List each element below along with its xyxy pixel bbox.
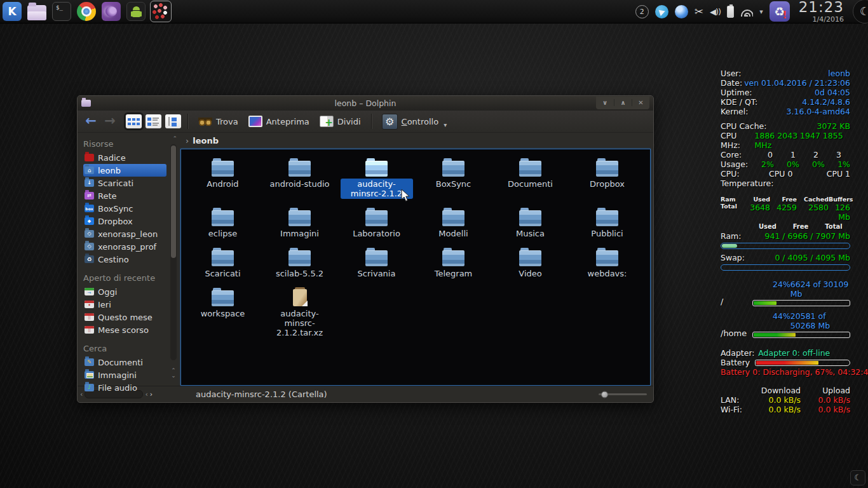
file-item-scaricati[interactable]: Scaricati — [184, 245, 261, 285]
folder-view[interactable]: Android android-studio audacity-minsrc-2… — [180, 149, 651, 386]
sidebar-item-documenti[interactable]: Documenti — [83, 356, 166, 369]
home-bar — [752, 332, 850, 338]
window-title: leonb – Dolphin — [78, 98, 653, 108]
breadcrumb[interactable]: › leonb — [180, 133, 651, 149]
wifi[interactable] — [740, 7, 753, 17]
folder-icon — [365, 158, 388, 176]
sidebar-item-file-audio[interactable]: File audio — [83, 381, 166, 394]
find-button[interactable]: Trova — [194, 114, 242, 129]
system-tray: 2✂◀))▾ 21:23 1/4/2016 ☾ — [635, 0, 868, 24]
sidebar-item-ieri[interactable]: Ieri — [83, 298, 166, 311]
minimize-button[interactable]: ∨ — [596, 99, 614, 106]
file-item-video[interactable]: Video — [492, 245, 569, 285]
place-icon — [85, 243, 94, 250]
sidebar-item-radice[interactable]: Radice — [83, 151, 166, 164]
launcher-area — [0, 2, 170, 21]
place-icon — [85, 205, 94, 212]
sidebar-item-rete[interactable]: Rete — [83, 189, 166, 202]
chevron-down-tray--[interactable]: ▾ — [759, 8, 763, 16]
sidebar-scrollbar[interactable] — [170, 144, 177, 360]
control-button[interactable]: Controllo ▾ — [378, 112, 451, 132]
file-item-android-studio[interactable]: android-studio — [261, 156, 338, 205]
file-item-audacity-minsrc-2-1-2-tar-xz[interactable]: audacity-minsrc-2.1.2.tar.xz — [261, 285, 338, 344]
kde-menu[interactable] — [3, 2, 22, 21]
sidebar-item-boxsync[interactable]: BoxSync — [83, 202, 166, 215]
file-item-android[interactable]: Android — [184, 156, 261, 205]
sidebar-item-cestino[interactable]: Cestino — [83, 253, 166, 266]
file-item-boxsync[interactable]: BoxSync — [415, 156, 492, 205]
toolbar-separator — [187, 114, 188, 129]
zoom-slider[interactable] — [599, 393, 647, 395]
conky-date: ven 01.04.2016 / 21:23:06 — [744, 78, 850, 88]
clock-date: 1/4/2016 — [799, 16, 844, 23]
sidebar-item-dropbox[interactable]: Dropbox — [83, 215, 166, 227]
file-item-modelli[interactable]: Modelli — [415, 205, 492, 245]
icons-view-button[interactable] — [126, 114, 142, 128]
file-item-immagini[interactable]: Immagini — [261, 205, 338, 245]
chrome[interactable] — [77, 2, 96, 21]
zoom-slider-handle[interactable] — [601, 391, 608, 398]
titlebar[interactable]: leonb – Dolphin ∨ ∧ ✕ — [78, 96, 653, 111]
back-button[interactable]: ← — [83, 113, 99, 130]
scroll-up-icon[interactable]: ⌃ — [172, 135, 177, 142]
volume--[interactable]: ◀)) — [710, 5, 721, 18]
file-item-documenti[interactable]: Documenti — [492, 156, 569, 205]
file-item-telegram[interactable]: Telegram — [415, 245, 492, 285]
breadcrumb-location[interactable]: leonb — [193, 136, 219, 146]
conky-label: User: — [721, 69, 741, 78]
scrollbar-arrows[interactable]: ⌃⌄ — [170, 368, 177, 378]
scroll-left-icon[interactable]: ‹ — [80, 390, 83, 398]
file-item-laboratorio[interactable]: Laboratorio — [338, 205, 415, 245]
file-item-dropbox[interactable]: Dropbox — [569, 156, 646, 205]
sidebar-item-immagini[interactable]: Immagini — [83, 369, 166, 381]
file-item-workspace[interactable]: workspace — [184, 285, 261, 344]
forward-button[interactable]: → — [102, 113, 118, 130]
file-manager[interactable] — [27, 5, 46, 20]
file-item-musica[interactable]: Musica — [492, 205, 569, 245]
scissors--[interactable]: ✂ — [695, 5, 703, 18]
sphere[interactable] — [675, 5, 688, 18]
conky-ram: 941 / 6966 / 7907 Mb — [765, 231, 851, 241]
battery-status: Battery 0: Discharging, 67%, 04:32:47 re… — [721, 367, 850, 377]
sidebar-item-scaricati[interactable]: Scaricati — [83, 177, 166, 189]
telegram[interactable] — [655, 5, 668, 18]
conky-uptime: 0d 04:05 — [815, 88, 850, 97]
dice[interactable] — [151, 2, 170, 21]
recycle-alert[interactable] — [770, 1, 790, 22]
maximize-button[interactable]: ∧ — [614, 99, 632, 106]
tree-view-button[interactable] — [165, 114, 181, 128]
conky-kdeqt: 4.14.2/4.8.6 — [802, 97, 850, 107]
battery-tray[interactable] — [727, 6, 734, 18]
sidebar-item-questo-mese[interactable]: Questo mese — [83, 311, 166, 323]
clock[interactable]: 21:23 1/4/2016 — [796, 0, 846, 23]
dolphin-window: leonb – Dolphin ∨ ∧ ✕ ← → Trova Ante — [77, 95, 654, 403]
terminal[interactable] — [52, 2, 71, 21]
file-item-pubblici[interactable]: Pubblici — [569, 205, 646, 245]
preview-button[interactable]: Anteprima — [245, 114, 313, 129]
leave-crescent-icon[interactable]: ☾ — [853, 0, 868, 24]
desktop-toolbox-icon[interactable]: ☾ — [850, 470, 865, 485]
status-number-2[interactable]: 2 — [635, 5, 649, 18]
place-icon — [85, 154, 94, 161]
file-item-scrivania[interactable]: Scrivania — [338, 245, 415, 285]
purple-browser[interactable] — [102, 2, 121, 21]
file-item-scilab-5-5-2[interactable]: scilab-5.5.2 — [261, 245, 338, 285]
split-button[interactable]: Dividi — [316, 114, 365, 129]
sidebar-item-mese-scorso[interactable]: Mese scorso — [83, 323, 166, 336]
file-item-webdavs-[interactable]: webdavs: — [569, 245, 646, 285]
folder-icon — [288, 208, 311, 226]
conky-swap: 0 / 4095 / 4095 Mb — [775, 253, 850, 262]
folder-icon — [596, 158, 618, 176]
sidebar-item-xenorasp-leon[interactable]: xenorasp_leon — [83, 227, 166, 240]
sidebar-item-xenorasp-prof[interactable]: xenorasp_prof — [83, 240, 166, 253]
sidebar-item-leonb[interactable]: leonb — [83, 164, 166, 177]
folder-icon — [519, 208, 541, 226]
android[interactable] — [126, 2, 146, 21]
calendar-icon — [85, 326, 94, 334]
close-button[interactable]: ✕ — [632, 99, 649, 106]
conky-adapter: Adapter 0: off-line — [758, 348, 830, 358]
details-view-button[interactable] — [146, 114, 161, 128]
lan-upload: 0.0 kB/s — [801, 395, 850, 405]
sidebar-item-oggi[interactable]: Oggi — [83, 285, 166, 298]
file-item-eclipse[interactable]: eclipse — [184, 205, 261, 245]
